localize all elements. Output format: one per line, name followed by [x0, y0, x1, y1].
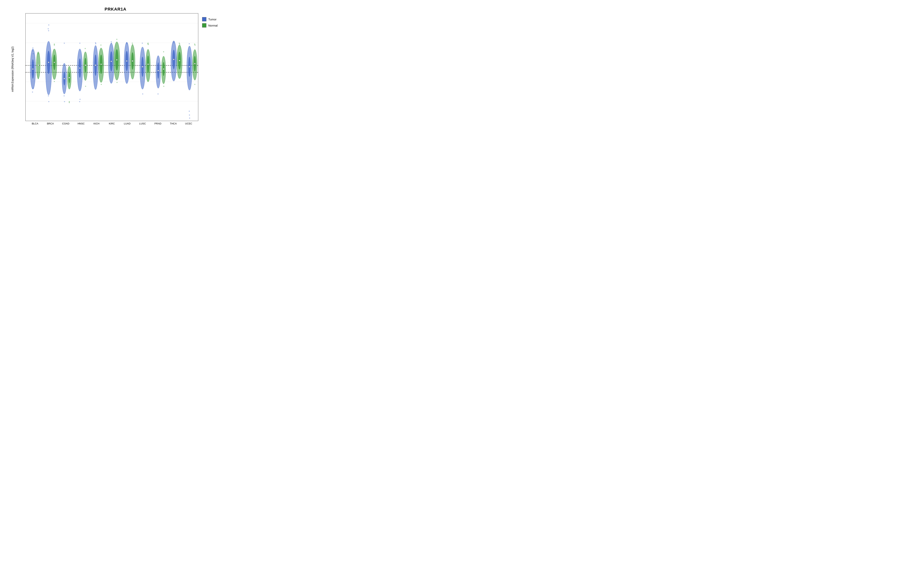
svg-point-41 [69, 101, 70, 102]
svg-point-72 [116, 39, 117, 40]
svg-point-73 [117, 82, 118, 83]
svg-point-36 [64, 95, 65, 96]
svg-point-37 [64, 101, 65, 102]
svg-point-23 [48, 31, 49, 31]
svg-point-117 [189, 43, 190, 44]
svg-rect-132 [32, 72, 34, 72]
svg-point-12 [32, 92, 33, 92]
x-label-luad: LUAD [121, 122, 134, 125]
violin-plot [26, 13, 198, 121]
svg-point-106 [173, 59, 174, 60]
svg-point-116 [189, 66, 190, 67]
svg-point-42 [69, 102, 70, 103]
y-axis-label: mRNA Expression (RNASeq V2, log2) [10, 13, 15, 125]
svg-point-103 [163, 86, 164, 87]
svg-point-7 [32, 47, 33, 48]
svg-point-112 [179, 43, 179, 44]
svg-rect-129 [32, 66, 34, 66]
x-label-brca: BRCA [44, 122, 57, 125]
svg-point-21 [48, 29, 48, 29]
svg-point-48 [79, 101, 80, 102]
svg-point-97 [158, 70, 159, 71]
svg-point-91 [147, 64, 149, 65]
legend-item-tumor: Tumor [202, 17, 220, 21]
svg-point-66 [111, 61, 112, 62]
x-label-thca: THCA [166, 122, 180, 125]
svg-point-120 [189, 111, 190, 111]
svg-point-81 [132, 60, 133, 61]
svg-point-46 [79, 43, 80, 44]
svg-point-47 [80, 99, 81, 100]
svg-point-53 [85, 86, 86, 87]
svg-point-30 [54, 45, 55, 45]
svg-point-124 [194, 44, 195, 44]
legend-label-normal: Normal [208, 24, 218, 27]
chart-area: mRNA Expression (RNASeq V2, log2) 15 14 … [10, 13, 221, 125]
x-label-prad: PRAD [151, 122, 165, 125]
plot-and-legend: 15 14 13 12 11 10 [16, 13, 221, 125]
x-label-coad: COAD [59, 122, 73, 125]
x-label-kirc: KIRC [105, 122, 119, 125]
svg-point-125 [195, 45, 195, 45]
svg-point-82 [132, 43, 133, 44]
x-label-lusc: LUSC [136, 122, 149, 125]
svg-point-15 [38, 64, 39, 66]
x-label-hnsc: HNSC [74, 122, 88, 125]
svg-point-119 [189, 114, 190, 115]
x-label-kich: KICH [90, 122, 103, 125]
svg-point-71 [116, 59, 118, 60]
svg-point-13 [32, 68, 34, 69]
svg-point-40 [69, 77, 70, 78]
svg-point-98 [158, 93, 158, 94]
svg-point-67 [111, 41, 111, 42]
svg-point-76 [126, 60, 128, 61]
svg-rect-130 [32, 68, 34, 68]
x-label-ucec: UCEC [182, 122, 195, 125]
x-label-blca: BLCA [28, 122, 42, 125]
svg-point-51 [85, 64, 86, 66]
svg-point-93 [148, 44, 149, 45]
svg-point-62 [100, 45, 101, 45]
svg-rect-131 [32, 70, 34, 70]
legend-label-tumor: Tumor [208, 18, 216, 21]
plot-box: 15 14 13 12 11 10 [26, 13, 198, 121]
svg-point-52 [85, 48, 86, 49]
svg-point-56 [95, 64, 96, 66]
svg-point-25 [48, 101, 49, 102]
chart-title: PRKAR1A [10, 7, 221, 12]
svg-point-34 [64, 78, 65, 79]
chart-container: PRKAR1A mRNA Expression (RNASeq V2, log2… [10, 7, 221, 137]
svg-point-113 [179, 44, 180, 44]
legend-color-normal [202, 23, 206, 27]
svg-point-111 [179, 60, 180, 61]
svg-point-88 [142, 93, 143, 94]
svg-point-87 [142, 43, 143, 44]
svg-point-31 [54, 81, 55, 82]
svg-point-61 [100, 64, 102, 65]
svg-point-63 [101, 84, 102, 85]
x-axis-labels: BLCA BRCA COAD HNSC KICH KIRC LUAD LUSC … [26, 122, 198, 125]
svg-point-35 [64, 43, 65, 44]
svg-point-20 [48, 62, 49, 63]
svg-point-24 [48, 95, 49, 96]
svg-point-86 [142, 66, 143, 67]
svg-point-101 [163, 68, 164, 69]
legend: Tumor Normal [198, 13, 221, 125]
svg-point-29 [54, 44, 55, 44]
svg-point-58 [95, 43, 96, 44]
legend-item-normal: Normal [202, 23, 220, 27]
legend-color-tumor [202, 17, 206, 21]
svg-point-22 [48, 25, 49, 26]
svg-point-126 [194, 84, 195, 85]
svg-point-123 [194, 63, 195, 64]
plot-wrapper: 15 14 13 12 11 10 [16, 13, 198, 125]
svg-point-118 [189, 118, 190, 118]
svg-point-45 [79, 68, 81, 69]
svg-rect-127 [32, 62, 34, 63]
svg-rect-128 [32, 64, 34, 64]
svg-point-102 [163, 52, 164, 52]
